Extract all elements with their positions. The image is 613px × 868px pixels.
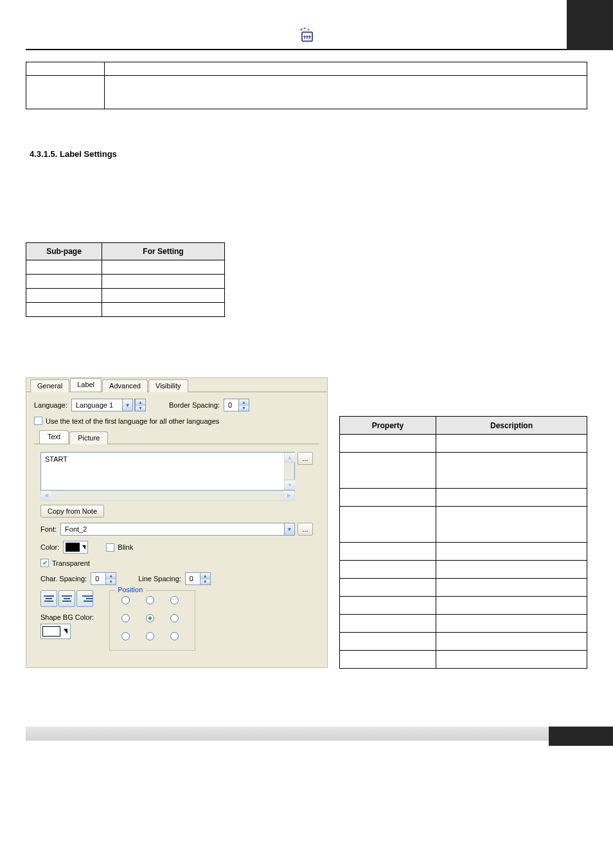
subpage-r2c1 [26,275,102,289]
use-first-lang-checkbox[interactable]: Use the text of the first language for a… [34,417,219,425]
position-legend: Position [115,586,145,593]
spin-up-icon[interactable]: ▲ [239,399,249,406]
top-r1c2 [105,62,587,76]
spin-down-icon[interactable]: ▼ [239,406,249,411]
color-swatch-icon [66,543,80,552]
checkbox-icon: ✔ [40,559,49,567]
blink-checkbox[interactable]: Blink [106,543,133,552]
subpage-h2: For Setting [102,243,225,260]
border-spacing-stepper[interactable]: 0 ▲▼ [224,399,249,411]
font-browse-button[interactable]: ... [298,523,313,536]
footer-gradient [26,727,587,741]
dropdown-triangle-icon [64,629,67,634]
top-spec-table [26,62,587,109]
shape-bg-label: Shape BG Color: [40,613,94,621]
spin-down-icon[interactable]: ▼ [106,579,116,585]
doc-header [26,0,587,50]
subpage-r4c1 [26,303,102,317]
spin-up-icon[interactable]: ▲ [200,573,210,579]
font-label: Font: [40,525,57,533]
subpage-r4c2 [102,303,225,317]
position-radio-ml[interactable] [121,614,130,622]
checkbox-icon [106,543,114,552]
position-radio-mc[interactable] [146,614,154,622]
transparent-checkbox[interactable]: ✔ Transparent [40,559,90,567]
scroll-right-icon[interactable]: ▶ [284,491,294,500]
color-label: Color: [40,543,59,551]
subpage-r1c2 [102,260,225,275]
inner-tab-picture[interactable]: Picture [69,431,108,444]
inner-tab-text[interactable]: Text [39,430,69,444]
position-radio-tc[interactable] [146,596,154,604]
label-text-textarea[interactable]: START ▲ ▼ [40,452,295,491]
label-settings-dialog: General Label Advanced Visibility Langua… [26,377,328,668]
prop-h2: Description [436,417,587,435]
text-color-picker[interactable] [63,541,88,554]
border-spacing-label: Border Spacing: [169,401,220,409]
scroll-down-icon[interactable]: ▼ [285,480,295,490]
tab-visibility[interactable]: Visibility [148,379,188,392]
position-radio-mr[interactable] [170,614,179,622]
tab-advanced[interactable]: Advanced [102,379,148,392]
language-label: Language: [34,401,67,409]
position-radio-bc[interactable] [146,632,154,640]
subpage-h1: Sub-page [26,243,102,260]
align-center-button[interactable] [58,590,75,607]
chevron-down-icon[interactable]: ▼ [284,523,294,535]
position-radio-tr[interactable] [170,596,179,604]
property-description-table: Property Description [339,416,587,669]
scroll-left-icon[interactable]: ◀ [41,491,51,500]
position-radio-tl[interactable] [121,596,130,604]
language-combo[interactable]: Language 1 ▼ [71,399,133,411]
app-icon [299,27,314,42]
tab-label[interactable]: Label [70,378,102,392]
position-radio-br[interactable] [170,632,179,640]
top-r1c1 [26,62,105,76]
line-spacing-stepper[interactable]: 0 ▲▼ [185,572,211,585]
section-heading: 4.3.1.5. Label Settings [30,149,587,159]
svg-point-5 [301,29,303,31]
spin-down-icon[interactable]: ▼ [136,406,145,411]
scroll-up-icon[interactable]: ▲ [285,453,295,463]
copy-from-note-button[interactable]: Copy from Note [40,505,104,518]
textarea-vscrollbar[interactable]: ▲ ▼ [284,453,294,490]
language-stepper[interactable]: ▲▼ [134,399,146,411]
svg-point-7 [308,29,310,31]
subpage-r3c2 [102,289,225,303]
prop-h1: Property [340,417,436,435]
line-spacing-label: Line Spacing: [138,575,181,583]
text-align-buttons [40,590,98,607]
align-left-button[interactable] [40,590,57,607]
spin-up-icon[interactable]: ▲ [136,399,145,406]
top-r2c2 [105,76,587,109]
shape-bg-swatch-icon [42,626,60,637]
textarea-hscrollbar[interactable]: ◀ ▶ [40,491,295,501]
char-spacing-stepper[interactable]: 0 ▲▼ [91,572,116,585]
tab-strip: General Label Advanced Visibility [26,378,327,392]
footer-right-block [549,727,613,746]
char-spacing-label: Char. Spacing: [40,575,87,583]
chevron-down-icon[interactable]: ▼ [122,399,132,411]
subpage-r3c1 [26,289,102,303]
shape-bg-color-picker[interactable] [40,624,71,639]
position-group: Position [109,590,195,651]
font-combo[interactable]: Font_2 ▼ [60,523,295,536]
align-right-button[interactable] [76,590,93,607]
top-r2c1 [26,76,105,109]
tab-general[interactable]: General [30,379,69,392]
text-browse-button[interactable]: ... [298,452,313,465]
spin-down-icon[interactable]: ▼ [200,579,210,585]
subpage-r2c2 [102,275,225,289]
checkbox-icon [34,417,42,425]
dropdown-triangle-icon [82,545,85,550]
inner-tab-strip: Text Picture [34,430,319,444]
position-radio-bl[interactable] [121,632,130,640]
page-footer [0,727,613,752]
svg-point-6 [304,28,306,30]
spin-up-icon[interactable]: ▲ [106,573,116,579]
subpage-table: Sub-page For Setting [26,242,225,317]
header-right-block [567,0,613,50]
subpage-r1c1 [26,260,102,275]
